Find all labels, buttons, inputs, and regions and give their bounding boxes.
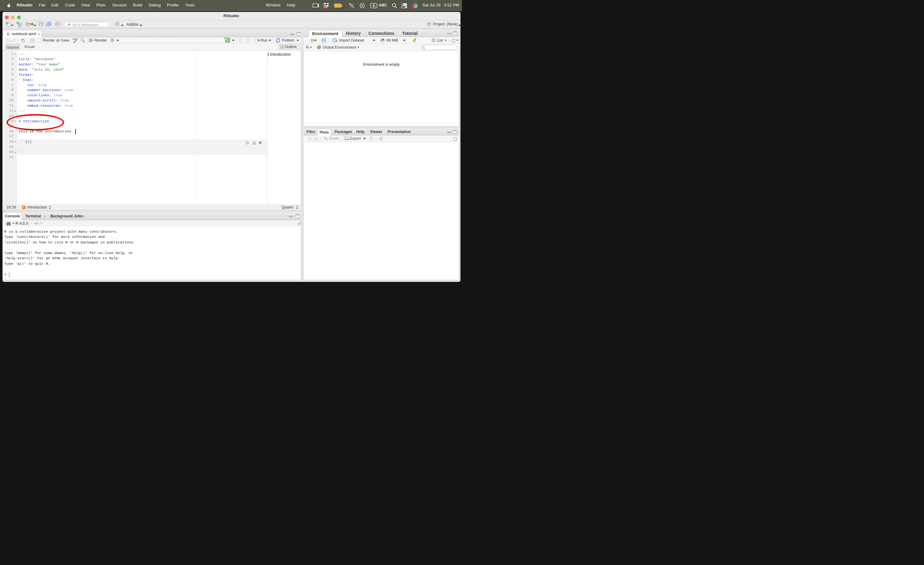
svg-text:A: A	[372, 4, 375, 8]
svg-text:R: R	[428, 22, 430, 25]
svg-text:2: 2	[324, 6, 326, 8]
svg-text:R: R	[19, 24, 21, 27]
